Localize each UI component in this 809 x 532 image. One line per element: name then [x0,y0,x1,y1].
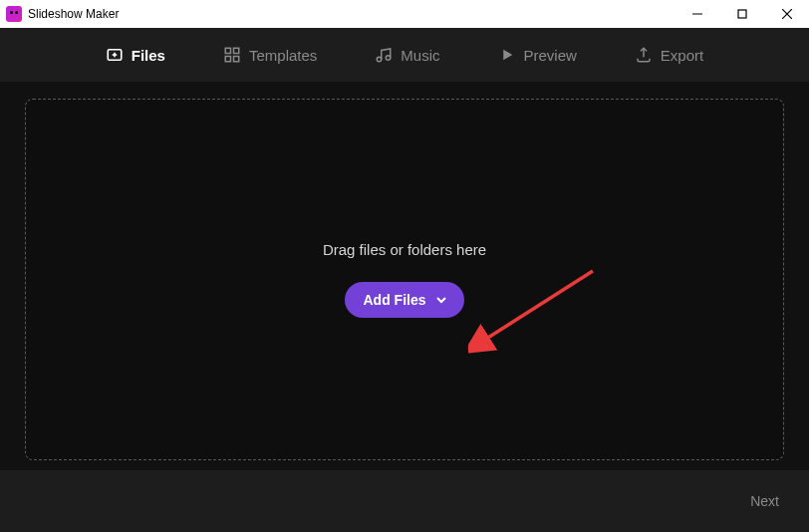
dropzone-text: Drag files or folders here [323,241,486,258]
preview-icon [498,46,516,64]
top-nav: Files Templates Music Preview [0,28,809,82]
nav-export[interactable]: Export [635,46,703,64]
titlebar: Slideshow Maker [0,0,809,28]
nav-files[interactable]: Files [106,46,165,64]
window-controls [674,0,809,28]
maximize-button[interactable] [719,0,764,28]
svg-rect-1 [738,10,746,18]
nav-files-label: Files [132,47,165,64]
svg-rect-10 [233,57,238,62]
export-icon [635,46,653,64]
music-icon [375,46,393,64]
close-icon [782,9,792,19]
nav-preview[interactable]: Preview [498,46,577,64]
nav-templates-label: Templates [249,47,317,64]
app-icon [6,6,22,22]
app-title: Slideshow Maker [28,7,119,21]
minimize-button[interactable] [674,0,719,28]
chevron-down-icon [436,295,446,305]
nav-music[interactable]: Music [375,46,439,64]
add-files-button[interactable]: Add Files [345,282,463,318]
maximize-icon [737,9,747,19]
nav-export-label: Export [661,47,703,64]
close-button[interactable] [764,0,809,28]
bottom-bar: Next [0,470,809,532]
titlebar-left: Slideshow Maker [6,6,119,22]
app-body: Files Templates Music Preview [0,28,809,532]
templates-icon [223,46,241,64]
minimize-icon [692,9,702,19]
next-button[interactable]: Next [750,493,779,509]
add-files-label: Add Files [363,292,425,308]
dropzone[interactable]: Drag files or folders here Add Files [25,99,784,460]
svg-rect-9 [225,57,230,62]
nav-music-label: Music [401,47,439,64]
files-icon [106,46,124,64]
svg-rect-7 [225,48,230,53]
nav-templates[interactable]: Templates [223,46,317,64]
next-label: Next [750,493,779,509]
main-area: Drag files or folders here Add Files [0,82,809,470]
svg-rect-8 [233,48,238,53]
nav-preview-label: Preview [524,47,577,64]
